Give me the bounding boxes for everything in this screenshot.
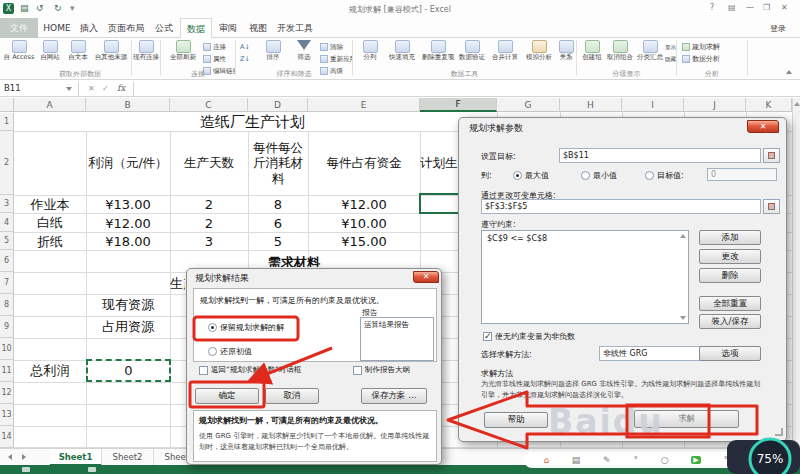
constraints-listbox[interactable]: $C$9 <= $C$8 (481, 230, 689, 324)
reapply-button[interactable]: 重新应用 (320, 53, 352, 65)
max-radio[interactable]: 最大值 (513, 170, 549, 181)
scroll-down-icon[interactable] (680, 316, 686, 320)
row-header[interactable]: 11 (0, 360, 14, 382)
column-header-g[interactable]: G (497, 98, 560, 112)
consolidate-button[interactable]: 合并计算 (489, 40, 521, 61)
undo-button[interactable]: ↺ (36, 3, 44, 13)
row-header[interactable]: 12 (0, 382, 14, 404)
cell-header-capital[interactable]: 每件占有资金 (308, 131, 420, 195)
redo-button[interactable]: ↻ (54, 3, 62, 13)
row-header[interactable]: 1 (0, 113, 14, 131)
scroll-up-icon[interactable] (794, 102, 800, 106)
tab-formulas[interactable]: 公式 (150, 18, 178, 38)
cell-profit[interactable]: ¥18.00 (86, 233, 170, 250)
report-item[interactable]: 运算结果报告 (361, 318, 433, 332)
cell-header-profit[interactable]: 利润（元/件） (86, 131, 170, 195)
objective-input[interactable]: $B$11 (559, 148, 761, 163)
row-header[interactable]: 13 (0, 404, 14, 426)
prev-sheet-icon[interactable] (8, 454, 12, 460)
formula-input[interactable] (134, 81, 800, 96)
cell-total-profit-label[interactable]: 总利润 (14, 361, 86, 381)
column-header-c[interactable]: C (170, 98, 248, 112)
cell-used-resources[interactable]: 占用资源 (86, 317, 170, 337)
scroll-up-icon[interactable] (680, 234, 686, 238)
cell-days[interactable]: 2 (170, 214, 248, 232)
cell-header-days[interactable]: 生产天数 (170, 131, 248, 195)
tab-insert[interactable]: 插入 (76, 18, 102, 38)
delete-button[interactable]: 删除 (699, 268, 761, 283)
cell-days[interactable]: 3 (170, 233, 248, 250)
text-to-columns-button[interactable]: 分列 (357, 40, 383, 61)
refresh-all-button[interactable]: 全部刷新 (165, 40, 201, 61)
column-header-f[interactable]: F (420, 98, 497, 112)
cell-capital[interactable]: ¥10.00 (308, 214, 420, 232)
return-to-dialog-checkbox[interactable]: 返回“规划求解参数”对话框 (199, 365, 301, 375)
target-value-input[interactable]: 0 (707, 168, 777, 181)
signin-link[interactable]: 登录 (770, 23, 786, 34)
outline-reports-checkbox[interactable]: 制作报告大纲 (353, 365, 410, 375)
properties-button[interactable]: 属性 (203, 53, 235, 65)
cell-existing-resources[interactable]: 现有资源 (86, 295, 170, 315)
quick-access-more-button[interactable]: ▾ (70, 3, 75, 13)
subtotal-button[interactable]: 分类汇总 (636, 40, 664, 61)
relationships-button[interactable]: 关系 (557, 40, 575, 61)
reset-all-button[interactable]: 全部重置 (699, 296, 761, 311)
tab-view[interactable]: 视图 (244, 18, 272, 38)
minimize-button[interactable]: — (746, 3, 754, 12)
column-header-e[interactable]: E (308, 98, 420, 112)
cell-capital[interactable]: ¥12.00 (308, 196, 420, 213)
column-header-k[interactable]: K (746, 98, 792, 112)
sheet-tab-1[interactable]: Sheet1 (50, 449, 102, 466)
name-box-dropdown-icon[interactable] (66, 87, 72, 91)
restore-button[interactable]: ❐ (763, 3, 770, 12)
next-sheet-icon[interactable] (22, 454, 26, 460)
solve-button[interactable]: 求解 (634, 410, 739, 428)
what-if-analysis-button[interactable]: 模拟分析 (523, 40, 555, 61)
column-header-b[interactable]: B (86, 98, 170, 112)
cell-product-name[interactable]: 白纸 (14, 214, 86, 232)
remove-duplicates-button[interactable]: 删除重复项 (421, 40, 455, 61)
column-header-i[interactable]: I (622, 98, 684, 112)
clear-button[interactable]: 清除 (320, 41, 352, 53)
name-box[interactable]: B11 (4, 83, 64, 95)
tab-developer[interactable]: 开发工具 (274, 18, 316, 38)
hide-detail-button[interactable]: 隐藏明细数据 (665, 53, 676, 65)
data-analysis-button[interactable]: 数据分析 (682, 53, 744, 65)
row-header[interactable]: 10 (0, 338, 14, 360)
active-cell-b11[interactable]: 0 (86, 359, 171, 382)
cell-days[interactable]: 2 (170, 196, 248, 213)
keep-solution-radio[interactable]: 保留规划求解的解 (208, 322, 284, 333)
flash-fill-button[interactable]: 快速填充 (386, 40, 418, 61)
constraint-item[interactable]: $C$9 <= $C$8 (482, 231, 688, 246)
cell-product-name[interactable]: 折纸 (14, 233, 86, 250)
fx-icon[interactable]: fx (117, 83, 125, 93)
ribbon-display-button[interactable]: ▤ (728, 3, 736, 12)
from-text-button[interactable]: 自文本 (65, 40, 91, 61)
row-header[interactable]: 14 (0, 426, 14, 448)
row-header[interactable]: 9 (0, 316, 14, 338)
select-all-corner[interactable] (0, 98, 14, 112)
close-button[interactable]: ✕ (747, 120, 779, 133)
target-radio[interactable]: 目标值: (645, 170, 684, 181)
column-header-d[interactable]: D (248, 98, 308, 112)
ungroup-button[interactable]: 取消组合 (606, 40, 634, 61)
connections-button[interactable]: 连接 (203, 41, 235, 53)
sort-ascending-button[interactable]: A↓ (240, 41, 256, 53)
help-button[interactable]: 帮助 (484, 412, 548, 428)
group-button[interactable]: 创建组 (580, 40, 604, 61)
cell-title[interactable]: 造纸厂生产计划 (14, 113, 491, 131)
row-header[interactable]: 8 (0, 294, 14, 316)
changing-cells-input[interactable]: $F$3:$F$5 (481, 199, 761, 214)
row-header[interactable]: 4 (0, 213, 14, 232)
restore-values-radio[interactable]: 还原初值 (208, 346, 252, 357)
data-validation-button[interactable]: 数据验证 (457, 40, 487, 61)
show-detail-button[interactable]: 显示明细数据 (665, 41, 676, 53)
options-button[interactable]: 选项 (699, 346, 761, 361)
cell-capital[interactable]: ¥15.00 (308, 233, 420, 250)
tab-home[interactable]: HOME (40, 18, 74, 38)
close-button[interactable]: ✕ (781, 3, 788, 12)
existing-connections-button[interactable]: 现有连接 (133, 40, 159, 61)
load-save-button[interactable]: 装入/保存 (699, 314, 761, 329)
save-button[interactable]: ▤ (20, 3, 29, 13)
resize-grip-icon[interactable] (775, 428, 783, 436)
